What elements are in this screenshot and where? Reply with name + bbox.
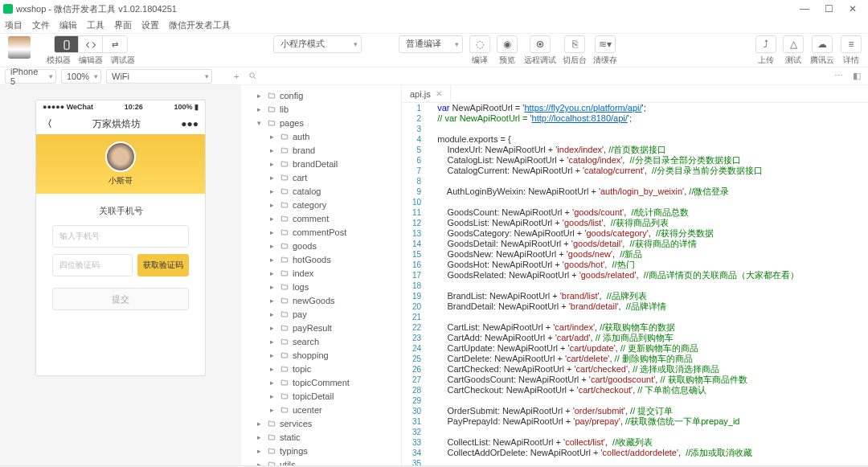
code-line[interactable]: 31 PayPrepayId: NewApiRootUrl + 'pay/pre…: [402, 416, 868, 427]
folder-brandDetail[interactable]: ▸brandDetail: [241, 157, 401, 170]
code-line[interactable]: 23 CartAdd: NewApiRootUrl + 'cart/add', …: [402, 333, 868, 343]
editor-toggle[interactable]: [79, 36, 103, 53]
folder-topic[interactable]: ▸topic: [241, 362, 401, 375]
menu-settings[interactable]: 设置: [141, 19, 159, 31]
code-line[interactable]: 26 CartChecked: NewApiRootUrl + 'cart/ch…: [402, 364, 868, 375]
folder-topicDetail[interactable]: ▸topicDetail: [241, 389, 401, 403]
get-code-button[interactable]: 获取验证码: [137, 254, 189, 277]
folder-pay[interactable]: ▸pay: [241, 307, 401, 321]
code-line[interactable]: 16 GoodsHot: NewApiRootUrl + 'goods/hot'…: [402, 260, 868, 270]
code-line[interactable]: 7 CatalogCurrent: NewApiRootUrl + 'catal…: [402, 166, 868, 176]
minimize-button[interactable]: —: [792, 0, 817, 18]
code-line[interactable]: 2 // var NewApiRootUrl = 'http://localho…: [402, 113, 868, 124]
folder-pages[interactable]: ▾pages: [241, 116, 401, 129]
user-avatar[interactable]: [8, 36, 31, 59]
submit-button[interactable]: 提交: [52, 288, 189, 310]
menu-tools[interactable]: 工具: [87, 19, 104, 31]
folder-newGoods[interactable]: ▸newGoods: [241, 293, 401, 307]
code-line[interactable]: 20 BrandDetail: NewApiRootUrl + 'brand/d…: [402, 301, 868, 312]
code-input[interactable]: 四位验证码: [52, 254, 133, 277]
close-button[interactable]: ✕: [841, 0, 865, 18]
tencent-cloud-button[interactable]: ☁: [812, 35, 833, 53]
add-icon[interactable]: +: [231, 72, 241, 81]
folder-goods[interactable]: ▸goods: [241, 239, 401, 252]
code-line[interactable]: 17 GoodsRelated: NewApiRootUrl + 'goods/…: [402, 270, 868, 281]
folder-auth[interactable]: ▸auth: [241, 129, 401, 143]
code-line[interactable]: 27 CartGoodsCount: NewApiRootUrl + 'cart…: [402, 375, 868, 385]
code-line[interactable]: 9 AuthLoginByWeixin: NewApiRootUrl + 'au…: [402, 186, 868, 197]
compile-type-select[interactable]: 普通编译: [399, 35, 463, 53]
menu-file[interactable]: 文件: [32, 19, 50, 31]
menu-project[interactable]: 项目: [5, 19, 23, 31]
code-line[interactable]: 35: [402, 458, 868, 465]
code-line[interactable]: 14 GoodsDetail: NewApiRootUrl + 'goods/d…: [402, 239, 868, 249]
folder-brand[interactable]: ▸brand: [241, 143, 401, 157]
code-line[interactable]: 12 GoodsList: NewApiRootUrl + 'goods/lis…: [402, 218, 868, 228]
upload-button[interactable]: ⤴: [755, 35, 776, 53]
code-line[interactable]: 13 GoodsCategory: NewApiRootUrl + 'goods…: [402, 228, 868, 239]
code-line[interactable]: 5 IndexUrl: NewApiRootUrl + 'index/index…: [402, 145, 868, 155]
folder-category[interactable]: ▸category: [241, 198, 401, 211]
menu-devtools[interactable]: 微信开发者工具: [169, 19, 231, 31]
folder-search[interactable]: ▸search: [241, 334, 401, 348]
code-line[interactable]: 30 OrderSubmit: NewApiRootUrl + 'order/s…: [402, 406, 868, 416]
code-line[interactable]: 4 module.exports = {: [402, 134, 868, 145]
background-button[interactable]: ⎘: [564, 35, 585, 53]
code-line[interactable]: 25 CartDelete: NewApiRootUrl + 'cart/del…: [402, 354, 868, 364]
simulator-toggle[interactable]: [55, 36, 79, 53]
editor-tab[interactable]: api.js✕: [402, 85, 451, 102]
network-select[interactable]: WiFi: [106, 69, 212, 84]
phone-input[interactable]: 输入手机号: [52, 225, 189, 248]
folder-services[interactable]: ▸services: [241, 416, 401, 430]
code-line[interactable]: 19 BrandList: NewApiRootUrl + 'brand/lis…: [402, 291, 868, 301]
code-line[interactable]: 24 CartUpdate: NewApiRootUrl + 'cart/upd…: [402, 343, 868, 354]
menu-edit[interactable]: 编辑: [59, 19, 77, 31]
folder-catalog[interactable]: ▸catalog: [241, 184, 401, 198]
folder-shopping[interactable]: ▸shopping: [241, 348, 401, 362]
folder-logs[interactable]: ▸logs: [241, 280, 401, 293]
folder-lib[interactable]: ▸lib: [241, 102, 401, 116]
more-icon[interactable]: ●●●: [181, 118, 199, 129]
search-icon[interactable]: [246, 72, 260, 80]
code-line[interactable]: 11 GoodsCount: NewApiRootUrl + 'goods/co…: [402, 207, 868, 218]
code-line[interactable]: 32: [402, 427, 868, 437]
more-icon[interactable]: ⋯: [832, 71, 845, 81]
code-line[interactable]: 21: [402, 312, 868, 322]
code-line[interactable]: 28 CartCheckout: NewApiRootUrl + 'cart/c…: [402, 385, 868, 395]
folder-ucenter[interactable]: ▸ucenter: [241, 403, 401, 416]
back-icon[interactable]: 〈: [43, 117, 52, 131]
code-line[interactable]: 33 CollectList: NewApiRootUrl + 'collect…: [402, 437, 868, 448]
code-line[interactable]: 3: [402, 124, 868, 134]
clear-cache-button[interactable]: ≋▾: [595, 35, 616, 53]
code-line[interactable]: 10: [402, 197, 868, 207]
test-button[interactable]: △: [783, 35, 804, 53]
folder-index[interactable]: ▸index: [241, 266, 401, 280]
code-line[interactable]: 22 CartList: NewApiRootUrl + 'cart/index…: [402, 322, 868, 333]
compile-button[interactable]: ◌: [469, 35, 490, 53]
compile-mode-select[interactable]: 小程序模式: [273, 35, 362, 53]
folder-utils[interactable]: ▸utils: [241, 457, 401, 465]
folder-commentPost[interactable]: ▸commentPost: [241, 225, 401, 239]
folder-payResult[interactable]: ▸payResult: [241, 321, 401, 334]
code-line[interactable]: 1 var NewApiRootUrl = 'https://fly2you.c…: [402, 103, 868, 113]
maximize-button[interactable]: ☐: [817, 0, 841, 18]
device-select[interactable]: iPhone 5: [5, 69, 56, 84]
remote-debug-button[interactable]: [530, 35, 551, 53]
code-line[interactable]: 18: [402, 281, 868, 291]
split-icon[interactable]: ◧: [850, 71, 863, 81]
code-line[interactable]: 29: [402, 395, 868, 406]
code-line[interactable]: 15 GoodsNew: NewApiRootUrl + 'goods/new'…: [402, 249, 868, 260]
code-line[interactable]: 34 CollectAddOrDelete: NewApiRootUrl + '…: [402, 448, 868, 458]
menu-interface[interactable]: 界面: [114, 19, 132, 31]
details-button[interactable]: ≡: [841, 35, 862, 53]
folder-typings[interactable]: ▸typings: [241, 444, 401, 457]
folder-cart[interactable]: ▸cart: [241, 170, 401, 184]
hero-avatar[interactable]: [105, 141, 136, 172]
folder-comment[interactable]: ▸comment: [241, 211, 401, 225]
zoom-select[interactable]: 100%: [61, 69, 101, 84]
code-line[interactable]: 6 CatalogList: NewApiRootUrl + 'catalog/…: [402, 155, 868, 166]
folder-hotGoods[interactable]: ▸hotGoods: [241, 252, 401, 266]
file-tree[interactable]: ▸config▸lib▾pages▸auth▸brand▸brandDetail…: [241, 85, 402, 465]
debugger-toggle[interactable]: ⇄: [103, 36, 127, 53]
code-editor[interactable]: 1 var NewApiRootUrl = 'https://fly2you.c…: [402, 103, 868, 465]
